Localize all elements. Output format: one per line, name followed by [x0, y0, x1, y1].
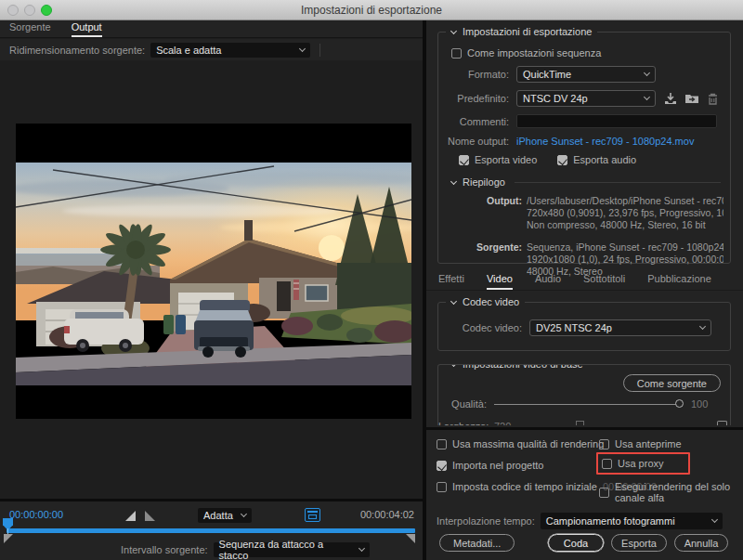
- export-video-checkbox[interactable]: [459, 155, 469, 165]
- close-button-icon[interactable]: [7, 5, 19, 16]
- tab-pubblicazione[interactable]: Pubblicazione: [647, 273, 711, 290]
- divider: [515, 182, 721, 183]
- cancel-button[interactable]: Annulla: [674, 534, 728, 552]
- max-render-quality-option[interactable]: Usa massima qualità di rendering: [437, 438, 604, 449]
- delete-preset-icon[interactable]: [708, 93, 718, 105]
- save-preset-icon[interactable]: [664, 93, 677, 105]
- tab-audio[interactable]: Audio: [535, 273, 561, 290]
- format-dropdown[interactable]: QuickTime: [516, 66, 656, 83]
- set-out-point-icon[interactable]: [145, 511, 155, 521]
- chevron-down-icon: [644, 94, 650, 100]
- aspect-correction-icon[interactable]: [305, 508, 320, 522]
- dialog-buttons: Metadati... Coda Esporta Annulla: [426, 534, 743, 554]
- source-range-dropdown[interactable]: Sequenza da attacco a stacco: [214, 542, 370, 557]
- output-name-link[interactable]: iPhone Sunset - rec709 - 1080p24.mov: [516, 136, 694, 147]
- export-options-panel: Usa massima qualità di rendering Usa ant…: [426, 427, 743, 560]
- summary-source-line: 1920x1080 (1,0), 24 fps, Progressivo, 00…: [527, 254, 723, 266]
- video-codec-header[interactable]: Codec video: [446, 296, 525, 307]
- tab-effetti[interactable]: Effetti: [438, 273, 464, 290]
- window-title: Impostazioni di esportazione: [301, 4, 442, 17]
- chevron-down-icon: [450, 297, 457, 304]
- preset-dropdown[interactable]: NTSC DV 24p: [516, 90, 656, 107]
- import-preset-icon[interactable]: [685, 93, 699, 104]
- source-scaling-row: Ridimensionamento sorgente: Scala e adat…: [0, 39, 423, 60]
- basic-video-settings-header[interactable]: Impostazioni video di base: [446, 364, 589, 370]
- chevron-down-icon: [699, 323, 706, 330]
- timeline-track[interactable]: [7, 528, 415, 533]
- quality-slider[interactable]: [494, 404, 680, 405]
- export-audio-checkbox[interactable]: [557, 155, 567, 165]
- use-proxy-checkbox[interactable]: [602, 459, 612, 469]
- match-sequence-option[interactable]: Come impostazioni sequenza: [451, 47, 730, 59]
- summary-output-line: 720x480 (0,9091), 23,976 fps, Progressiv…: [527, 207, 723, 219]
- chevron-down-icon: [450, 27, 457, 33]
- set-start-timecode-checkbox[interactable]: [437, 482, 447, 492]
- in-point-handle[interactable]: [4, 534, 13, 543]
- current-timecode[interactable]: 00:00:00:00: [9, 509, 63, 520]
- time-interpolation-row: Interpolazione tempo: Campionamento foto…: [437, 513, 723, 529]
- basic-video-settings-group: Impostazioni video di base Come sorgente…: [437, 364, 731, 425]
- zoom-level-dropdown[interactable]: Adatta: [198, 508, 252, 523]
- tab-sottotitoli[interactable]: Sottotitoli: [583, 273, 625, 290]
- source-range-row: Intervallo sorgente: Sequenza da attacco…: [121, 542, 370, 557]
- comments-row: Commenti:: [438, 114, 730, 128]
- summary-header[interactable]: Riepilogo: [451, 176, 730, 188]
- width-value: 720: [494, 421, 511, 425]
- render-alpha-only-option[interactable]: Esegui rendering del solo canale alfa: [599, 481, 743, 503]
- source-scaling-label: Ridimensionamento sorgente:: [9, 45, 145, 56]
- time-interpolation-dropdown[interactable]: Campionamento fotogrammi: [541, 513, 723, 529]
- export-toggles-row: Esporta video Esporta audio: [459, 154, 730, 165]
- width-row: Larghezza: 720: [438, 421, 730, 425]
- video-preview-frame: [16, 124, 411, 419]
- use-previews-option[interactable]: Usa anteprime: [599, 438, 682, 449]
- import-into-project-option[interactable]: Importa nel progetto: [437, 460, 543, 471]
- chevron-down-icon: [241, 511, 247, 517]
- summary-output-line: /Users/labuser/Desktop/iPhone Sunset - r…: [527, 195, 723, 207]
- chevron-down-icon: [711, 516, 718, 523]
- match-sequence-checkbox[interactable]: [451, 48, 462, 59]
- import-into-project-checkbox[interactable]: [437, 461, 447, 471]
- minimize-button-icon[interactable]: [24, 5, 35, 16]
- summary-output-line: Non compresso, 48000 Hz, Stereo, 16 bit: [527, 219, 723, 231]
- chevron-down-icon: [450, 364, 457, 367]
- export-settings-group: Impostazioni di esportazione Come impost…: [437, 32, 731, 264]
- divider: [319, 44, 320, 57]
- chevron-down-icon: [358, 545, 365, 552]
- queue-button[interactable]: Coda: [548, 534, 604, 552]
- tab-output[interactable]: Output: [72, 21, 102, 37]
- export-settings-panel: Impostazioni di esportazione Come impost…: [426, 20, 743, 560]
- window-titlebar: Impostazioni di esportazione: [0, 0, 743, 20]
- output-name-row: Nome output: iPhone Sunset - rec709 - 10…: [438, 136, 730, 147]
- render-alpha-only-checkbox[interactable]: [599, 488, 609, 498]
- comments-input[interactable]: [516, 114, 717, 128]
- video-codec-dropdown[interactable]: DV25 NTSC 24p: [529, 319, 711, 336]
- out-point-handle[interactable]: [406, 534, 415, 543]
- quality-value: 100: [691, 398, 708, 410]
- chevron-down-icon: [644, 70, 650, 76]
- match-source-button[interactable]: Come sorgente: [623, 374, 721, 392]
- zoom-button-icon[interactable]: [41, 5, 52, 16]
- preview-image: [16, 163, 411, 385]
- metadata-button[interactable]: Metadati...: [439, 534, 515, 552]
- max-render-quality-checkbox[interactable]: [437, 439, 447, 449]
- clipped-checkbox[interactable]: [717, 421, 727, 425]
- export-button[interactable]: Esporta: [611, 534, 667, 552]
- source-range-label: Intervallo sorgente:: [121, 544, 208, 555]
- summary-source-line: Sequenza, iPhone Sunset - rec709 - 1080p…: [527, 241, 723, 254]
- use-previews-checkbox[interactable]: [599, 439, 609, 449]
- duration-timecode: 00:00:04:02: [360, 509, 414, 520]
- settings-tab-bar: Effetti Video Audio Sottotitoli Pubblica…: [426, 273, 743, 291]
- quality-row: Qualità: 100: [438, 398, 730, 410]
- set-in-point-icon[interactable]: [125, 511, 136, 521]
- video-codec-group: Codec video Codec video: DV25 NTSC 24p: [437, 302, 731, 351]
- quality-slider-handle[interactable]: [675, 399, 684, 408]
- chevron-down-icon: [299, 45, 306, 51]
- preview-tab-bar: Sorgente Output: [0, 20, 423, 38]
- tab-video[interactable]: Video: [487, 273, 513, 290]
- link-dimensions-icon[interactable]: [576, 421, 584, 425]
- export-settings-header[interactable]: Impostazioni di esportazione: [446, 26, 597, 37]
- tab-sorgente[interactable]: Sorgente: [9, 21, 51, 37]
- source-scaling-dropdown[interactable]: Scala e adatta: [150, 43, 310, 58]
- use-proxy-highlight-box: Usa proxy: [596, 452, 690, 475]
- summary-output-block: Output: /Users/labuser/Desktop/iPhone Su…: [438, 195, 730, 231]
